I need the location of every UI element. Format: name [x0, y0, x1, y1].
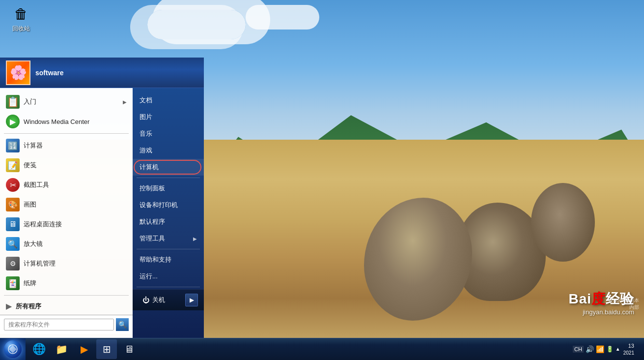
snip-label: 截图工具: [24, 180, 49, 189]
start-menu: 🌸 software 📋 入门 ▶ ▶ Windows Media Center: [0, 58, 204, 338]
recycle-bin-label: 回收站: [4, 25, 38, 33]
win-text-line2: 内部: [608, 304, 639, 311]
user-name: software: [35, 69, 64, 77]
clock-date: 2021: [623, 350, 634, 356]
taskbar-explorer-button[interactable]: 📁: [51, 339, 72, 359]
win-text-line1: Windows 副本: [608, 297, 639, 304]
start-button[interactable]: [0, 338, 26, 360]
taskbar-system-icons: CH 🔊 📶 🔋 ▲: [573, 345, 620, 353]
taskbar-clock[interactable]: 13 2021: [623, 342, 634, 356]
right-item-games[interactable]: 游戏: [133, 142, 204, 159]
notepad-icon: 📝: [6, 158, 20, 172]
start-item-card[interactable]: 🃏 纸牌: [0, 273, 133, 293]
start-item-paint[interactable]: 🎨 画图: [0, 195, 133, 214]
search-button[interactable]: 🔍: [116, 318, 129, 331]
all-programs-icon: ▶: [6, 301, 12, 311]
right-divider-3: [137, 287, 200, 287]
start-item-intro[interactable]: 📋 入门 ▶: [0, 92, 133, 112]
right-item-docs[interactable]: 文档: [133, 92, 204, 109]
start-shutdown-row: ⏻ 关机 ▶: [133, 289, 204, 310]
start-item-calc[interactable]: 🔢 计算器: [0, 136, 133, 155]
start-item-rdp[interactable]: 🖥 远程桌面连接: [0, 214, 133, 234]
calc-label: 计算器: [24, 141, 43, 150]
shutdown-label: 关机: [152, 296, 165, 304]
start-menu-header: 🌸 software: [0, 58, 204, 88]
mgmt-label: 计算机管理: [24, 259, 56, 268]
all-programs-label: 所有程序: [16, 302, 41, 311]
windows-sidebar-text: Windows 副本 内部: [608, 297, 639, 311]
start-menu-body: 📋 入门 ▶ ▶ Windows Media Center 🔢 计算器: [0, 88, 204, 338]
paint-label: 画图: [24, 200, 36, 209]
intro-arrow: ▶: [123, 99, 127, 105]
notification-arrow[interactable]: ▲: [616, 346, 620, 352]
start-menu-left: 📋 入门 ▶ ▶ Windows Media Center 🔢 计算器: [0, 88, 133, 338]
start-item-wmc[interactable]: ▶ Windows Media Center: [0, 112, 133, 131]
intro-icon: 📋: [6, 95, 20, 109]
windows-orb: [4, 340, 22, 358]
taskbar: 🌐 📁 ▶ ⊞ 🖥 CH 🔊 📶 🔋 ▲ 13 2021: [0, 338, 644, 360]
recycle-bin-icon[interactable]: 🗑 回收站: [4, 4, 38, 33]
paint-icon: 🎨: [6, 198, 20, 211]
run-label: 运行...: [140, 272, 158, 281]
right-item-default-prog[interactable]: 默认程序: [133, 213, 204, 230]
right-item-devices[interactable]: 设备和打印机: [133, 197, 204, 213]
computer-label: 计算机: [140, 163, 159, 172]
battery-icon[interactable]: 🔋: [606, 346, 614, 353]
rock-3: [531, 183, 595, 262]
right-item-admin-tools[interactable]: 管理工具 ▶: [133, 230, 204, 247]
default-prog-label: 默认程序: [140, 217, 165, 226]
mgmt-icon: ⚙: [6, 257, 20, 270]
mag-label: 放大镜: [24, 240, 43, 248]
start-item-mgmt[interactable]: ⚙ 计算机管理: [0, 254, 133, 273]
card-icon: 🃏: [6, 276, 20, 290]
intro-label: 入门: [24, 97, 36, 106]
taskbar-media-button[interactable]: ▶: [74, 339, 94, 359]
right-divider-1: [137, 178, 200, 178]
all-programs-item[interactable]: ▶ 所有程序: [0, 298, 133, 315]
start-item-snip[interactable]: ✂ 截图工具: [0, 175, 133, 195]
desktop: 🗑 回收站 Bai度经验 jingyan.baidu.com Windows 副…: [0, 0, 644, 360]
control-label: 控制面板: [140, 184, 165, 193]
right-item-run[interactable]: 运行...: [133, 268, 204, 285]
search-input[interactable]: [4, 319, 114, 330]
language-indicator: CH: [573, 346, 584, 353]
right-item-music[interactable]: 音乐: [133, 125, 204, 142]
right-item-computer[interactable]: 计算机: [133, 159, 204, 176]
wmc-label: Windows Media Center: [24, 118, 89, 125]
taskbar-wmp-button[interactable]: ⊞: [96, 339, 117, 359]
right-divider-2: [137, 249, 200, 249]
cloud-1: [147, 10, 246, 39]
wmc-icon: ▶: [6, 115, 20, 128]
start-menu-right: 文档 图片 音乐 游戏 计算机 控制面板: [133, 88, 204, 338]
right-item-help[interactable]: 帮助和支持: [133, 251, 204, 268]
volume-icon[interactable]: 🔊: [586, 345, 594, 353]
admin-tools-label: 管理工具: [140, 234, 165, 243]
clock-time: 13: [623, 342, 634, 349]
calc-icon: 🔢: [6, 139, 20, 152]
admin-tools-arrow: ▶: [193, 236, 197, 241]
right-item-pics[interactable]: 图片: [133, 109, 204, 125]
taskbar-computer-button[interactable]: 🖥: [119, 339, 140, 359]
shutdown-icon: ⏻: [142, 296, 149, 304]
shutdown-arrow-button[interactable]: ▶: [185, 294, 198, 306]
rdp-label: 远程桌面连接: [24, 220, 62, 229]
card-label: 纸牌: [24, 279, 36, 288]
docs-label: 文档: [140, 96, 152, 105]
notepad-label: 便笺: [24, 161, 36, 170]
games-label: 游戏: [140, 146, 152, 155]
music-label: 音乐: [140, 129, 152, 138]
right-item-control[interactable]: 控制面板: [133, 180, 204, 197]
network-icon[interactable]: 📶: [596, 345, 604, 353]
start-search-bar: 🔍: [0, 315, 133, 334]
taskbar-right-area: CH 🔊 📶 🔋 ▲ 13 2021: [569, 342, 644, 356]
divider-2: [4, 295, 129, 296]
help-label: 帮助和支持: [140, 255, 171, 264]
shutdown-button[interactable]: ⏻ 关机: [139, 294, 169, 306]
user-avatar: 🌸: [6, 60, 30, 85]
divider-1: [4, 133, 129, 134]
devices-label: 设备和打印机: [140, 201, 178, 210]
mag-icon: 🔍: [6, 237, 20, 251]
taskbar-ie-button[interactable]: 🌐: [28, 339, 49, 359]
start-item-notepad[interactable]: 📝 便笺: [0, 155, 133, 175]
start-item-mag[interactable]: 🔍 放大镜: [0, 234, 133, 254]
